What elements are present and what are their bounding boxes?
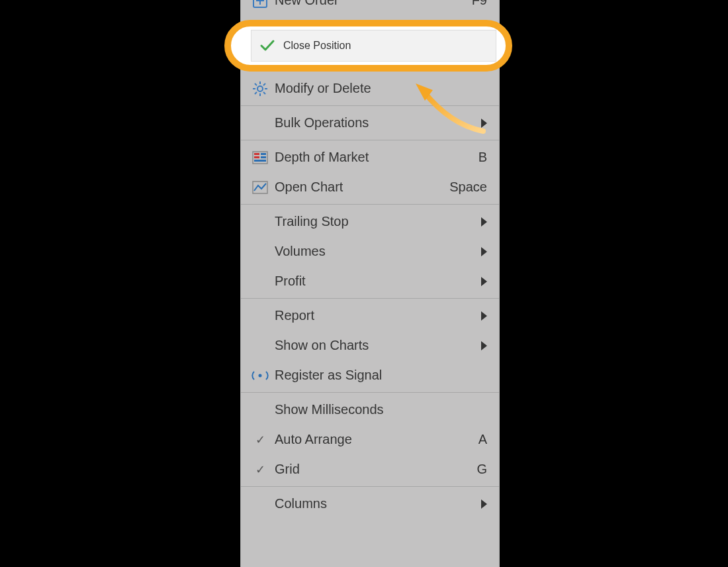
menu-item-label: Trailing Stop bbox=[275, 214, 481, 229]
submenu-arrow-icon bbox=[481, 217, 487, 227]
blank-icon bbox=[251, 495, 269, 513]
menu-item-trailing-stop[interactable]: Trailing Stop bbox=[241, 207, 499, 236]
gear-icon bbox=[251, 79, 269, 98]
menu-item-register-as-signal[interactable]: Register as Signal bbox=[241, 360, 499, 390]
menu-item-show-milliseconds[interactable]: Show Milliseconds bbox=[241, 395, 499, 425]
menu-item-label: Grid bbox=[275, 462, 477, 477]
blank-icon bbox=[251, 401, 269, 419]
menu-item-profit[interactable]: Profit bbox=[241, 266, 499, 296]
menu-item-label: Show Milliseconds bbox=[275, 402, 487, 417]
menu-item-shortcut: A bbox=[478, 432, 487, 447]
menu-separator bbox=[241, 486, 499, 487]
submenu-arrow-icon bbox=[481, 277, 487, 286]
menu-item-label: Register as Signal bbox=[275, 368, 487, 383]
menu-item-new-order[interactable]: New Order F9 bbox=[241, 0, 499, 15]
menu-item-label: New Order bbox=[275, 0, 472, 8]
blank-icon bbox=[251, 336, 269, 355]
submenu-arrow-icon bbox=[481, 311, 487, 321]
check-icon bbox=[258, 36, 277, 55]
blank-icon bbox=[251, 307, 269, 325]
menu-item-grid[interactable]: ✓ Grid G bbox=[241, 454, 499, 484]
svg-point-19 bbox=[259, 374, 262, 377]
submenu-arrow-icon bbox=[481, 341, 487, 350]
menu-item-label: Profit bbox=[275, 274, 481, 289]
svg-line-11 bbox=[255, 92, 257, 94]
svg-rect-13 bbox=[254, 153, 259, 155]
callout-arrow-icon bbox=[410, 78, 490, 138]
menu-item-label: Close Position bbox=[283, 40, 489, 52]
blank-icon bbox=[251, 272, 269, 291]
blank-icon bbox=[251, 114, 269, 132]
check-icon: ✓ bbox=[251, 460, 269, 479]
menu-item-label: Columns bbox=[275, 496, 481, 511]
svg-line-8 bbox=[255, 83, 257, 85]
blank-icon bbox=[251, 242, 269, 261]
menu-item-label: Auto Arrange bbox=[275, 432, 478, 447]
svg-rect-14 bbox=[254, 156, 259, 158]
menu-item-auto-arrange[interactable]: ✓ Auto Arrange A bbox=[241, 425, 499, 454]
menu-item-shortcut: B bbox=[478, 150, 487, 165]
menu-item-columns[interactable]: Columns bbox=[241, 489, 499, 519]
menu-separator bbox=[241, 392, 499, 393]
submenu-arrow-icon bbox=[481, 247, 487, 256]
submenu-arrow-icon bbox=[481, 499, 487, 509]
highlighted-menu-item-close-position[interactable]: Close Position bbox=[224, 20, 512, 72]
svg-rect-15 bbox=[261, 153, 266, 155]
menu-item-label: Open Chart bbox=[275, 180, 449, 195]
menu-item-label: Show on Charts bbox=[275, 338, 481, 353]
svg-rect-17 bbox=[254, 160, 266, 162]
svg-rect-16 bbox=[261, 156, 266, 158]
menu-item-volumes[interactable]: Volumes bbox=[241, 236, 499, 266]
menu-item-label: Report bbox=[275, 308, 481, 323]
line-chart-icon bbox=[251, 178, 269, 197]
menu-item-open-chart[interactable]: Open Chart Space bbox=[241, 172, 499, 202]
depth-of-market-icon bbox=[251, 148, 269, 167]
menu-separator bbox=[241, 204, 499, 205]
menu-item-depth-of-market[interactable]: Depth of Market B bbox=[241, 142, 499, 172]
menu-item-label: Depth of Market bbox=[275, 150, 478, 165]
menu-separator bbox=[241, 140, 499, 140]
menu-item-label: Volumes bbox=[275, 244, 481, 259]
svg-point-3 bbox=[257, 86, 263, 91]
menu-item-show-on-charts[interactable]: Show on Charts bbox=[241, 331, 499, 360]
menu-item-shortcut: G bbox=[477, 462, 487, 477]
menu-item-shortcut: F9 bbox=[472, 0, 487, 8]
menu-item-report[interactable]: Report bbox=[241, 301, 499, 331]
menu-item-shortcut: Space bbox=[449, 180, 487, 195]
check-icon: ✓ bbox=[251, 431, 269, 449]
signal-icon bbox=[251, 366, 269, 385]
blank-icon bbox=[251, 213, 269, 231]
menu-separator bbox=[241, 298, 499, 299]
plus-box-icon bbox=[251, 0, 269, 10]
svg-line-9 bbox=[263, 92, 265, 94]
svg-line-10 bbox=[263, 83, 265, 85]
